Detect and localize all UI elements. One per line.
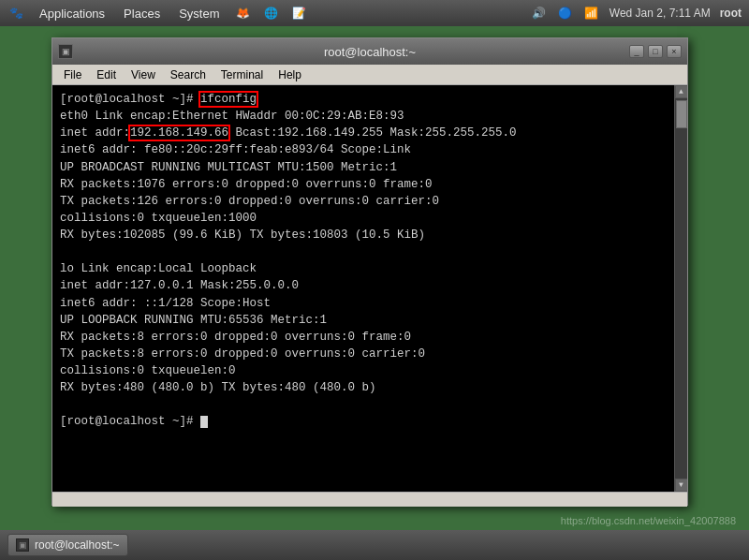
terminal-taskbar-label: root@localhost:~ bbox=[35, 538, 120, 552]
eth0-bytes-line: RX bytes:102085 (99.6 KiB) TX bytes:1080… bbox=[60, 227, 667, 243]
lo-tx-line: TX packets:8 errors:0 dropped:0 overruns… bbox=[60, 346, 667, 362]
terminal-taskbar-icon: ▣ bbox=[16, 538, 29, 552]
terminal-window: ▣ root@localhost:~ _ □ × File Edit View … bbox=[51, 37, 688, 506]
terminal-line-1: [root@localhost ~]# ifconfig bbox=[60, 91, 667, 108]
system-menu[interactable]: System bbox=[175, 5, 223, 22]
eth0-collisions-line: collisions:0 txqueuelen:1000 bbox=[60, 210, 667, 227]
menu-edit[interactable]: Edit bbox=[89, 66, 124, 83]
taskbar-top-left: 🐾 Applications Places System 🦊 🌐 📝 bbox=[7, 5, 307, 22]
blank-line-1 bbox=[60, 243, 667, 260]
menu-help[interactable]: Help bbox=[271, 66, 309, 83]
app-icon: 🐾 bbox=[7, 5, 24, 22]
lo-inet-line: inet addr:127.0.0.1 Mask:255.0.0.0 bbox=[60, 277, 667, 294]
eth0-rx-line: RX packets:1076 errors:0 dropped:0 overr… bbox=[60, 176, 667, 193]
terminal-output: [root@localhost ~]# ifconfig eth0 Link e… bbox=[60, 91, 680, 431]
terminal-cursor bbox=[200, 416, 208, 428]
menu-view[interactable]: View bbox=[124, 66, 163, 83]
taskbar-bottom: ▣ root@localhost:~ bbox=[0, 530, 749, 560]
terminal-statusbar bbox=[52, 492, 687, 507]
window-title: root@localhost:~ bbox=[324, 45, 416, 59]
eth0-inet6-line: inet6 addr: fe80::20c:29ff:feab:e893/64 … bbox=[60, 141, 667, 158]
scrollbar-up[interactable]: ▲ bbox=[675, 85, 688, 98]
maximize-button[interactable]: □ bbox=[648, 45, 663, 58]
username: root bbox=[720, 7, 742, 20]
terminal-taskbar-button[interactable]: ▣ root@localhost:~ bbox=[7, 534, 128, 556]
taskbar-top-right: 🔊 🔵 📶 Wed Jan 2, 7:11 AM root bbox=[531, 5, 742, 22]
lo-collisions-line: collisions:0 txqueuelen:0 bbox=[60, 362, 667, 379]
terminal-scrollbar[interactable]: ▲ ▼ bbox=[674, 85, 687, 492]
terminal-content[interactable]: [root@localhost ~]# ifconfig eth0 Link e… bbox=[52, 85, 687, 492]
volume-icon[interactable]: 🔊 bbox=[531, 5, 548, 22]
menu-terminal[interactable]: Terminal bbox=[213, 66, 271, 83]
scrollbar-down[interactable]: ▼ bbox=[675, 479, 688, 492]
terminal-window-icon: ▣ bbox=[58, 44, 73, 59]
lo-bytes-line: RX bytes:480 (480.0 b) TX bytes:480 (480… bbox=[60, 379, 667, 396]
scrollbar-thumb[interactable] bbox=[676, 100, 687, 128]
datetime: Wed Jan 2, 7:11 AM bbox=[609, 7, 711, 20]
eth0-tx-line: TX packets:126 errors:0 dropped:0 overru… bbox=[60, 193, 667, 210]
lo-rx-line: RX packets:8 errors:0 dropped:0 overruns… bbox=[60, 329, 667, 346]
menu-bar: File Edit View Search Terminal Help bbox=[52, 65, 687, 85]
title-bar: ▣ root@localhost:~ _ □ × bbox=[52, 38, 687, 65]
firefox-icon[interactable]: 🦊 bbox=[234, 5, 251, 22]
eth0-inet-line: inet addr:192.168.149.66 Bcast:192.168.1… bbox=[60, 125, 667, 141]
lo-flags-line: UP LOOPBACK RUNNING MTU:65536 Metric:1 bbox=[60, 312, 667, 329]
lo-inet6-line: inet6 addr: ::1/128 Scope:Host bbox=[60, 295, 667, 312]
taskbar-top: 🐾 Applications Places System 🦊 🌐 📝 🔊 🔵 📶… bbox=[0, 0, 749, 26]
watermark: https://blog.csdn.net/weixin_42007888 bbox=[561, 515, 736, 526]
network-icon: 🌐 bbox=[262, 5, 279, 22]
lo-header-line: lo Link encap:Local Loopback bbox=[60, 260, 667, 277]
desktop: ▣ root@localhost:~ _ □ × File Edit View … bbox=[0, 26, 749, 530]
window-controls: _ □ × bbox=[629, 45, 682, 58]
network-status-icon[interactable]: 📶 bbox=[583, 5, 600, 22]
eth0-flags-line: UP BROADCAST RUNNING MULTICAST MTU:1500 … bbox=[60, 159, 667, 176]
close-button[interactable]: × bbox=[667, 45, 682, 58]
eth0-ip: 192.168.149.66 bbox=[130, 126, 228, 140]
bluetooth-icon[interactable]: 🔵 bbox=[557, 5, 574, 22]
notepad-icon: 📝 bbox=[290, 5, 307, 22]
eth0-header-line: eth0 Link encap:Ethernet HWaddr 00:0C:29… bbox=[60, 108, 667, 125]
menu-file[interactable]: File bbox=[56, 66, 89, 83]
blank-line-2 bbox=[60, 396, 667, 413]
terminal-prompt-line: [root@localhost ~]# bbox=[60, 413, 667, 430]
minimize-button[interactable]: _ bbox=[629, 45, 644, 58]
menu-search[interactable]: Search bbox=[163, 66, 213, 83]
places-menu[interactable]: Places bbox=[120, 5, 164, 22]
applications-menu[interactable]: Applications bbox=[36, 5, 109, 22]
